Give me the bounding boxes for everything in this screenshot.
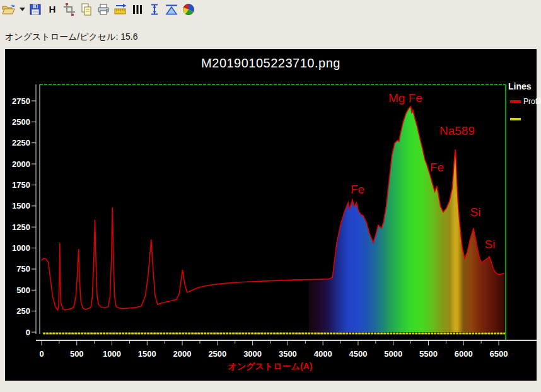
peak-annotation: Si (484, 238, 495, 251)
x-tick-label: 3500 (279, 349, 297, 359)
x-tick-label: 5000 (384, 349, 402, 359)
profile-line-swatch (510, 100, 521, 103)
y-tick-label: 2250 (12, 138, 30, 147)
printer-icon[interactable] (96, 1, 111, 18)
angstrom-per-pixel-readout: オングストローム/ピクセル: 15.6 (5, 32, 138, 43)
legend-item-profile[interactable]: Profile (510, 97, 541, 106)
x-tick-label: 4000 (314, 349, 332, 359)
y-tick-label: 1750 (12, 180, 30, 190)
y-tick-label: 1500 (12, 201, 30, 210)
color-wheel-icon[interactable] (181, 1, 196, 18)
vertical-measure-icon[interactable] (147, 1, 162, 18)
y-tick-label: 1250 (12, 222, 30, 232)
x-axis-label: オングストローム(A) (42, 361, 499, 372)
x-tick-label: 2500 (208, 349, 226, 359)
open-dropdown-arrow-icon[interactable] (18, 1, 26, 18)
vertical-bars-icon[interactable] (130, 1, 145, 18)
x-tick-label: 1500 (138, 349, 156, 359)
triangle-level-icon[interactable] (164, 1, 179, 18)
x-tick-label: 2000 (173, 349, 192, 359)
x-tick-label: 4500 (349, 349, 367, 359)
x-tick-label: 6000 (455, 349, 473, 359)
x-tick-label: 3000 (243, 349, 262, 359)
open-folder-icon[interactable] (1, 1, 16, 18)
legend-item-zero-line[interactable] (510, 115, 541, 124)
x-tick-label: 5500 (419, 349, 438, 359)
readout-label: オングストローム/ピクセル: (5, 32, 118, 42)
peak-annotation: Na589 (439, 124, 475, 137)
readout-value: 15.6 (120, 32, 137, 42)
y-tick-label: 250 (16, 306, 30, 316)
plot-canvas[interactable]: 0250500750100012501500175020002250250027… (5, 49, 537, 381)
peak-annotation: Fe (430, 161, 444, 174)
y-tick-label: 500 (16, 285, 30, 295)
peak-annotation: Fe (351, 183, 364, 196)
y-tick-label: 2000 (12, 159, 30, 169)
y-tick-label: 750 (16, 264, 30, 274)
y-tick-label: 2750 (12, 96, 30, 106)
copy-pages-icon[interactable] (79, 1, 94, 18)
legend: Lines Profile (508, 81, 541, 132)
y-tick-label: 0 (26, 328, 30, 337)
save-floppy-icon[interactable] (28, 1, 43, 18)
peak-annotation: Mg Fe (388, 91, 422, 105)
legend-title: Lines (508, 81, 541, 91)
zero-line-swatch (510, 118, 521, 120)
x-tick-label: 500 (70, 349, 84, 359)
spectrum-app-window: H (0, 0, 541, 392)
crop-tool-icon[interactable] (62, 1, 77, 18)
h-letter-icon[interactable]: H (45, 1, 60, 18)
y-tick-label: 1000 (12, 243, 30, 253)
x-tick-label: 0 (39, 349, 44, 359)
x-tick-label: 6500 (490, 349, 508, 359)
legend-label-profile: Profile (523, 97, 541, 106)
x-tick-label: 1000 (103, 349, 121, 359)
toolbar: H (1, 1, 196, 18)
peak-annotation: Si (470, 205, 481, 219)
spectrum-chart[interactable]: M20190105223710.png 02505007501000125015… (5, 49, 537, 381)
y-tick-label: 2500 (12, 117, 30, 127)
svg-text:H: H (49, 4, 56, 14)
spectrum-rainbow-fill (309, 107, 504, 332)
ruler-calibrate-icon[interactable] (113, 1, 128, 18)
